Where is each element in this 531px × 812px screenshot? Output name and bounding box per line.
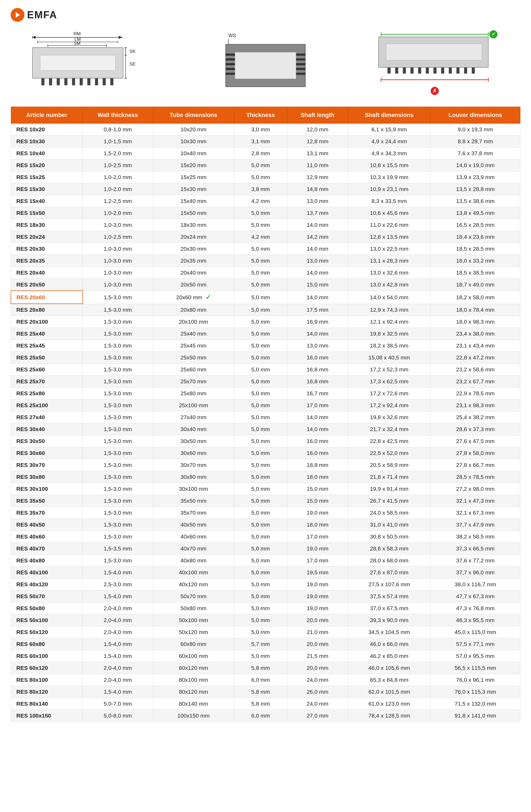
svg-rect-45 xyxy=(296,68,305,70)
table-row: RES 80x1002,0-4,0 mm80x100 mm6,0 mm24,0 … xyxy=(11,674,520,686)
table-row: RES 25x801,5-3,0 mm25x80 mm5,0 mm16,7 mm… xyxy=(11,388,520,400)
logo-area: EMFA xyxy=(11,8,520,22)
svg-rect-19 xyxy=(87,78,90,85)
svg-text:✓: ✓ xyxy=(491,31,495,37)
diagram-middle: WS xyxy=(182,30,349,93)
svg-text:RM: RM xyxy=(73,31,81,37)
diagram-right: ✓ xyxy=(354,30,520,96)
col-header-tube: Tube dimensions xyxy=(153,107,234,124)
table-row: RES 40x601,5-3,0 mm40x60 mm5,0 mm17,0 mm… xyxy=(11,531,520,543)
svg-rect-62 xyxy=(449,67,452,73)
table-row: RES 30x1001,5-3,0 mm30x100 mm5,0 mm15,0 … xyxy=(11,483,520,495)
svg-text:WS: WS xyxy=(228,33,236,38)
col-header-thickness: Thickness xyxy=(234,107,287,124)
svg-rect-22 xyxy=(110,78,114,85)
svg-text:✗: ✗ xyxy=(433,88,437,93)
svg-rect-58 xyxy=(418,67,421,73)
table-row: RES 18x301,0-3,0 mm18x30 mm5,0 mm14,0 mm… xyxy=(11,219,520,231)
svg-rect-36 xyxy=(235,52,296,79)
table-row: RES 30x801,5-3,0 mm30x80 mm5,0 mm18,0 mm… xyxy=(11,471,520,483)
table-row: RES 50x701,5-4,0 mm50x70 mm5,0 mm19,0 mm… xyxy=(11,591,520,603)
table-row: RES 40x501,5-3,0 mm40x50 mm5,0 mm18,0 mm… xyxy=(11,519,520,531)
table-row: RES 10x401,5-2,0 mm10x40 mm2,8 mm13,1 mm… xyxy=(11,147,520,159)
table-row: RES 30x501,5-3,0 mm30x50 mm5,0 mm16,0 mm… xyxy=(11,435,520,447)
svg-rect-15 xyxy=(57,78,60,85)
table-row: RES 35x501,5-3,0 mm35x50 mm5,0 mm15,0 mm… xyxy=(11,495,520,507)
table-row: RES 40x701,5-3,5 mm40x70 mm5,0 mm19,0 mm… xyxy=(11,543,520,555)
table-row: RES 10x301,0-1,5 mm10x30 mm3,1 mm12,8 mm… xyxy=(11,135,520,147)
table-row: RES 15x251,0-2,0 mm15x25 mm5,0 mm12,9 mm… xyxy=(11,171,520,183)
table-row: RES 20x241,0-2,5 mm20x24 mm4,2 mm14,2 mm… xyxy=(11,231,520,243)
table-row: RES 50x1202,0-4,0 mm50x120 mm5,0 mm21,0 … xyxy=(11,626,520,638)
logo-icon xyxy=(11,8,25,22)
data-table: Article number Wall thickness Tube dimen… xyxy=(11,107,520,722)
table-row: RES 20x501,0-3,0 mm20x50 mm5,0 mm15,0 mm… xyxy=(11,279,520,291)
table-row: RES 15x501,0-2,0 mm15x50 mm5,0 mm13,7 mm… xyxy=(11,207,520,219)
svg-rect-42 xyxy=(296,54,305,56)
table-row: RES 80x1405,0-7,0 mm80x140 mm5,8 mm24,0 … xyxy=(11,698,520,710)
table-row: RES 25x601,5-3,0 mm25x60 mm5,0 mm16,8 mm… xyxy=(11,364,520,376)
table-row: RES 40x1202,5-3,0 mm40x120 mm5,0 mm19,0 … xyxy=(11,579,520,591)
svg-rect-21 xyxy=(103,78,106,85)
table-row: RES 25x1001,5-3,0 mm25x100 mm5,0 mm17,0 … xyxy=(11,400,520,411)
svg-rect-55 xyxy=(395,67,398,73)
col-header-wall: Wall thickness xyxy=(83,107,153,124)
svg-marker-0 xyxy=(16,12,20,18)
svg-rect-39 xyxy=(226,63,235,65)
table-row: RES 20x351,0-3,0 mm20x35 mm5,0 mm13,0 mm… xyxy=(11,255,520,267)
svg-rect-14 xyxy=(49,78,52,85)
svg-rect-53 xyxy=(386,44,482,60)
svg-rect-38 xyxy=(226,58,235,60)
table-header-row: Article number Wall thickness Tube dimen… xyxy=(11,107,520,124)
diagrams-row: RM LM SM xyxy=(11,30,520,96)
table-row: RES 30x401,5-3,0 mm30x40 mm5,0 mm14,0 mm… xyxy=(11,423,520,435)
svg-rect-64 xyxy=(464,67,467,73)
table-row: RES 40x801,5-3,0 mm40x80 mm5,0 mm17,0 mm… xyxy=(11,555,520,567)
logo-text: EMFA xyxy=(27,9,57,21)
svg-rect-43 xyxy=(296,58,305,60)
svg-rect-56 xyxy=(403,67,406,73)
table-row: RES 20x601,5-3,0 mm20x60 mm✓5,0 mm14,0 m… xyxy=(11,291,520,304)
table-row: RES 30x601,5-3,0 mm30x60 mm5,0 mm16,0 mm… xyxy=(11,447,520,459)
svg-rect-61 xyxy=(441,67,444,73)
table-row: RES 27x401,5-3,0 mm27x40 mm5,0 mm14,0 mm… xyxy=(11,411,520,423)
table-row: RES 60x801,5-4,0 mm60x80 mm5,7 mm20,0 mm… xyxy=(11,638,520,650)
check-icon: ✓ xyxy=(206,294,211,301)
table-row: RES 25x501,5-3,0 mm25x50 mm5,0 mm16,0 mm… xyxy=(11,352,520,364)
svg-rect-16 xyxy=(65,78,68,85)
svg-rect-40 xyxy=(226,68,235,70)
table-row: RES 15x401,2-2,5 mm15x40 mm4,2 mm13,0 mm… xyxy=(11,195,520,207)
table-row: RES 20x1001,5-3,0 mm20x100 mm5,0 mm16,9 … xyxy=(11,316,520,328)
svg-rect-12 xyxy=(40,55,115,71)
table-row: RES 25x401,5-3,0 mm25x40 mm5,0 mm14,0 mm… xyxy=(11,328,520,340)
table-row: RES 15x301,0-2,0 mm15x30 mm3,8 mm14,8 mm… xyxy=(11,183,520,195)
svg-rect-46 xyxy=(296,73,305,75)
svg-text:SK: SK xyxy=(129,48,136,54)
diagram-left: RM LM SM xyxy=(11,30,177,91)
svg-rect-57 xyxy=(410,67,414,73)
col-header-article: Article number xyxy=(11,107,83,124)
table-row: RES 35x701,5-3,0 mm35x70 mm5,0 mm19,0 mm… xyxy=(11,507,520,519)
col-header-shaft-length: Shaft length xyxy=(287,107,348,124)
svg-rect-65 xyxy=(472,67,475,73)
svg-rect-37 xyxy=(226,54,235,56)
table-row: RES 15x201,0-2,5 mm15x20 mm5,0 mm11,0 mm… xyxy=(11,159,520,171)
table-row: RES 20x301,0-3,0 mm20x30 mm5,0 mm14,0 mm… xyxy=(11,243,520,255)
svg-rect-60 xyxy=(433,67,436,73)
table-row: RES 50x802,0-4,0 mm50x80 mm5,0 mm19,0 mm… xyxy=(11,603,520,614)
svg-rect-18 xyxy=(80,78,83,85)
table-row: RES 40x1001,5-4,0 mm40x100 mm5,0 mm19,5 … xyxy=(11,567,520,579)
table-row: RES 50x1002,0-4,0 mm50x100 mm5,0 mm20,0 … xyxy=(11,614,520,626)
svg-rect-63 xyxy=(457,67,460,73)
col-header-shaft-dim: Shaft dimensions xyxy=(348,107,430,124)
table-row: RES 60x1001,5-4,0 mm60x100 mm5,0 mm21,5 … xyxy=(11,650,520,662)
col-header-louver: Louver dimensions xyxy=(430,107,520,124)
table-row: RES 25x451,5-3,0 mm25x45 mm5,0 mm13,0 mm… xyxy=(11,340,520,352)
svg-rect-41 xyxy=(226,73,235,75)
table-row: RES 60x1202,0-4,0 mm60x120 mm5,8 mm20,0 … xyxy=(11,662,520,674)
svg-rect-59 xyxy=(425,67,429,73)
table-row: RES 10x200,8-1,0 mm10x20 mm3,0 mm12,0 mm… xyxy=(11,124,520,135)
svg-rect-44 xyxy=(296,63,305,65)
svg-text:SE: SE xyxy=(129,61,136,67)
svg-rect-54 xyxy=(387,67,391,73)
